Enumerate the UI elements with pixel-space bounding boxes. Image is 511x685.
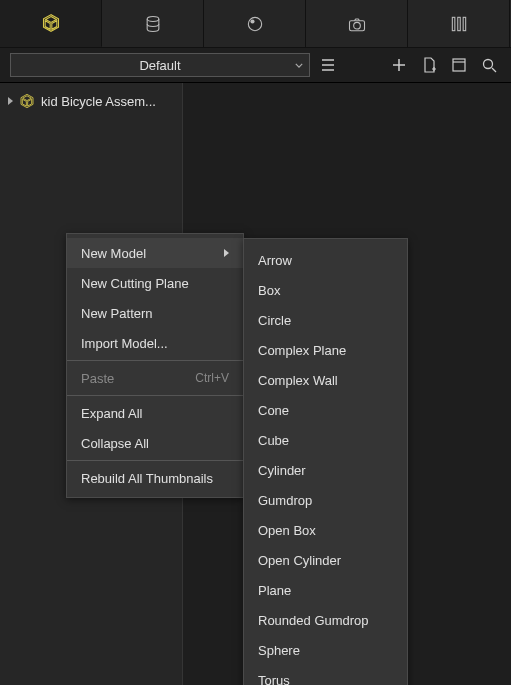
combo-label: Default xyxy=(139,58,180,73)
svg-rect-8 xyxy=(453,59,465,71)
chevron-right-icon xyxy=(8,97,13,105)
submenu-item-complex-wall[interactable]: Complex Wall xyxy=(244,365,407,395)
tab-bar xyxy=(0,0,511,48)
tab-libraries[interactable] xyxy=(408,0,510,47)
menu-item-label: Rebuild All Thumbnails xyxy=(81,471,213,486)
chevron-right-icon xyxy=(224,249,229,257)
svg-point-9 xyxy=(484,60,493,69)
submenu-item-complex-plane[interactable]: Complex Plane xyxy=(244,335,407,365)
search-button[interactable] xyxy=(477,53,501,77)
submenu-item-label: Arrow xyxy=(258,253,292,268)
tree-root-item[interactable]: kid Bicycle Assem... xyxy=(0,91,182,111)
menu-item-label: New Cutting Plane xyxy=(81,276,189,291)
columns-icon xyxy=(449,14,469,34)
submenu-item-arrow[interactable]: Arrow xyxy=(244,245,407,275)
submenu-item-label: Sphere xyxy=(258,643,300,658)
submenu-item-circle[interactable]: Circle xyxy=(244,305,407,335)
submenu-item-label: Cone xyxy=(258,403,289,418)
submenu-item-box[interactable]: Box xyxy=(244,275,407,305)
submenu-item-cylinder[interactable]: Cylinder xyxy=(244,455,407,485)
submenu-item-gumdrop[interactable]: Gumdrop xyxy=(244,485,407,515)
tab-environments[interactable] xyxy=(204,0,306,47)
search-icon xyxy=(481,57,497,73)
tab-models[interactable] xyxy=(0,0,102,47)
menu-separator xyxy=(67,460,243,461)
submenu-item-rounded-gumdrop[interactable]: Rounded Gumdrop xyxy=(244,605,407,635)
library-button[interactable] xyxy=(447,53,471,77)
context-menu: New ModelNew Cutting PlaneNew PatternImp… xyxy=(66,233,244,498)
submenu-item-open-box[interactable]: Open Box xyxy=(244,515,407,545)
tab-materials[interactable] xyxy=(102,0,204,47)
submenu-item-label: Gumdrop xyxy=(258,493,312,508)
menu-item-shortcut: Ctrl+V xyxy=(195,371,229,385)
submenu-item-sphere[interactable]: Sphere xyxy=(244,635,407,665)
menu-item-label: Collapse All xyxy=(81,436,149,451)
menu-item-collapse-all[interactable]: Collapse All xyxy=(67,428,243,458)
submenu-item-cone[interactable]: Cone xyxy=(244,395,407,425)
menu-separator xyxy=(67,360,243,361)
list-view-button[interactable] xyxy=(316,53,340,77)
menu-item-new-model[interactable]: New Model xyxy=(67,238,243,268)
window-icon xyxy=(451,57,467,73)
menu-item-label: New Model xyxy=(81,246,146,261)
menu-item-new-cutting-plane[interactable]: New Cutting Plane xyxy=(67,268,243,298)
submenu-item-label: Plane xyxy=(258,583,291,598)
cube-icon xyxy=(19,93,35,109)
list-icon xyxy=(320,57,336,73)
submenu-item-label: Circle xyxy=(258,313,291,328)
svg-point-2 xyxy=(250,19,254,23)
tree-root-label: kid Bicycle Assem... xyxy=(41,94,156,109)
new-model-submenu: ArrowBoxCircleComplex PlaneComplex WallC… xyxy=(243,238,408,685)
plus-icon xyxy=(391,57,407,73)
svg-point-1 xyxy=(248,17,261,30)
menu-item-label: Import Model... xyxy=(81,336,168,351)
submenu-item-label: Rounded Gumdrop xyxy=(258,613,369,628)
database-icon xyxy=(143,14,163,34)
cube-icon xyxy=(41,13,61,33)
submenu-item-torus[interactable]: Torus xyxy=(244,665,407,685)
submenu-item-open-cylinder[interactable]: Open Cylinder xyxy=(244,545,407,575)
submenu-item-cube[interactable]: Cube xyxy=(244,425,407,455)
submenu-item-label: Torus xyxy=(258,673,290,686)
menu-item-label: Expand All xyxy=(81,406,142,421)
submenu-item-label: Open Cylinder xyxy=(258,553,341,568)
import-button[interactable] xyxy=(417,53,441,77)
menu-item-rebuild-all-thumbnails[interactable]: Rebuild All Thumbnails xyxy=(67,463,243,493)
menu-separator xyxy=(67,395,243,396)
toolbar: Default xyxy=(0,48,511,82)
svg-rect-6 xyxy=(457,17,460,30)
submenu-item-label: Box xyxy=(258,283,280,298)
svg-rect-5 xyxy=(452,17,455,30)
menu-item-expand-all[interactable]: Expand All xyxy=(67,398,243,428)
tab-cameras[interactable] xyxy=(306,0,408,47)
menu-item-paste: PasteCtrl+V xyxy=(67,363,243,393)
submenu-item-label: Complex Wall xyxy=(258,373,338,388)
svg-point-4 xyxy=(353,22,360,29)
submenu-item-label: Cube xyxy=(258,433,289,448)
chevron-down-icon xyxy=(295,58,303,73)
menu-item-import-model[interactable]: Import Model... xyxy=(67,328,243,358)
svg-rect-7 xyxy=(463,17,466,30)
modelset-combo[interactable]: Default xyxy=(10,53,310,77)
submenu-item-label: Complex Plane xyxy=(258,343,346,358)
menu-item-new-pattern[interactable]: New Pattern xyxy=(67,298,243,328)
file-plus-icon xyxy=(421,57,437,73)
submenu-item-plane[interactable]: Plane xyxy=(244,575,407,605)
menu-item-label: Paste xyxy=(81,371,114,386)
sphere-icon xyxy=(245,14,265,34)
submenu-item-label: Cylinder xyxy=(258,463,306,478)
submenu-item-label: Open Box xyxy=(258,523,316,538)
add-button[interactable] xyxy=(387,53,411,77)
svg-point-0 xyxy=(147,16,159,21)
menu-item-label: New Pattern xyxy=(81,306,153,321)
camera-icon xyxy=(347,14,367,34)
